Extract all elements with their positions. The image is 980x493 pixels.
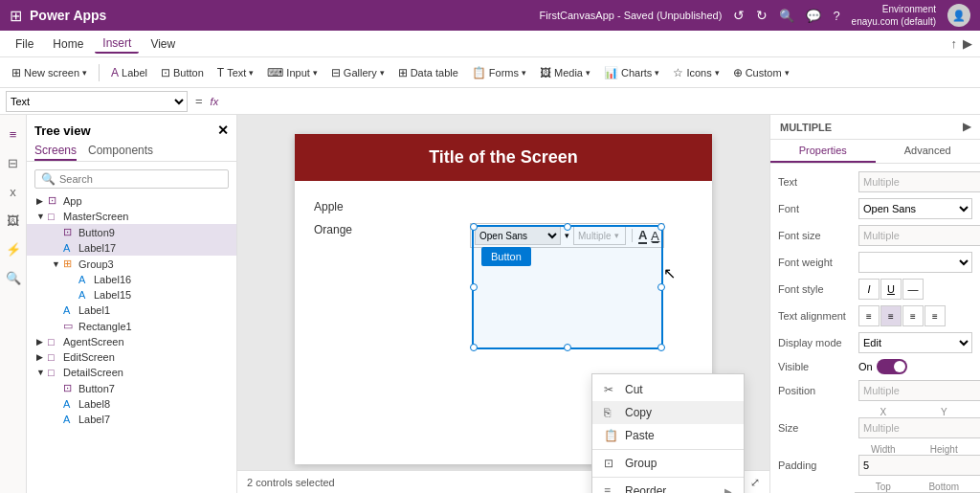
canvas-button[interactable]: Button xyxy=(481,247,531,266)
handle-tl[interactable] xyxy=(470,223,478,231)
undo-icon[interactable]: ↺ xyxy=(733,8,745,23)
tree-item-label17[interactable]: A Label17 ••• xyxy=(27,240,236,256)
tab-screens[interactable]: Screens xyxy=(34,142,77,161)
tree-view-title: Tree view xyxy=(34,123,91,138)
menu-home[interactable]: Home xyxy=(45,35,91,53)
label-btn[interactable]: A Label xyxy=(105,64,153,81)
visible-toggle[interactable] xyxy=(877,359,907,374)
prop-fontweight-select[interactable] xyxy=(858,252,972,273)
charts-btn[interactable]: 📊 Charts ▾ xyxy=(598,64,665,81)
ctx-group[interactable]: ⊡ Group xyxy=(592,452,744,475)
prop-text-input[interactable] xyxy=(858,171,980,192)
canvas-area[interactable]: Title of the Screen Apple Orange Open Sa… xyxy=(237,115,769,493)
handle-bc[interactable] xyxy=(564,344,571,351)
tree-item-label16[interactable]: A Label16 xyxy=(27,272,236,287)
redo-icon[interactable]: ↻ xyxy=(756,8,768,23)
search-input[interactable] xyxy=(59,173,222,185)
prop-text: Text xyxy=(778,171,972,192)
custom-btn[interactable]: ⊕ Custom ▾ xyxy=(727,64,795,81)
text-btn[interactable]: T Text ▾ xyxy=(212,64,260,81)
power-automate-icon[interactable]: ⚡ xyxy=(2,237,25,260)
panel-expand-icon[interactable]: ▶ xyxy=(963,121,970,133)
sub-arrow-icon: ▶ xyxy=(724,486,732,494)
tree-item-rectangle1[interactable]: ▭ Rectangle1 xyxy=(27,318,236,334)
strikethrough-btn[interactable]: — xyxy=(902,279,924,300)
align-justify-btn[interactable]: ≡ xyxy=(924,305,946,326)
forms-btn[interactable]: 📋 Forms ▾ xyxy=(466,64,532,81)
tree-view-icon[interactable]: ≡ xyxy=(2,123,25,146)
help-icon[interactable]: ? xyxy=(833,9,839,23)
ctx-reorder[interactable]: ≡ Reorder ▶ xyxy=(592,480,744,493)
top-bar: ⊞ Power Apps FirstCanvasApp - Saved (Unp… xyxy=(0,0,980,31)
ctx-copy[interactable]: ⎘ Copy xyxy=(592,401,744,424)
formula-input[interactable] xyxy=(222,91,974,112)
menu-file[interactable]: File xyxy=(8,35,41,53)
variables-icon[interactable]: x xyxy=(2,180,25,203)
preview-icon[interactable]: ▶ xyxy=(963,36,972,51)
tab-properties[interactable]: Properties xyxy=(770,140,876,163)
input-btn[interactable]: ⌨ Input ▾ xyxy=(261,64,323,81)
property-select[interactable]: Text xyxy=(6,91,188,112)
size-width-input[interactable] xyxy=(858,417,980,438)
tree-item-app[interactable]: ▶ ⊡ App xyxy=(27,192,236,209)
tree-item-label1[interactable]: A Label1 xyxy=(27,303,236,318)
equals-sign: = xyxy=(191,94,207,108)
tab-advanced[interactable]: Advanced xyxy=(876,140,981,163)
handle-mr[interactable] xyxy=(657,283,665,291)
group-icon: ⊡ xyxy=(604,457,617,470)
position-x-input[interactable] xyxy=(858,380,980,401)
tree-item-button7[interactable]: ⊡ Button7 xyxy=(27,380,236,396)
ctx-paste[interactable]: 📋 Paste xyxy=(592,424,744,447)
align-center-btn[interactable]: ≡ xyxy=(880,305,902,326)
tree-item-group3[interactable]: ▼ ⊞ Group3 xyxy=(27,256,236,272)
ctx-cut[interactable]: ✂ Cut xyxy=(592,378,744,401)
prop-padding-label: Padding xyxy=(778,459,855,471)
handle-bl[interactable] xyxy=(470,344,478,351)
underline-btn[interactable]: U xyxy=(880,279,902,300)
prop-font-select[interactable]: Open Sans xyxy=(858,198,972,219)
handle-tr[interactable] xyxy=(657,223,665,231)
search-icon[interactable]: 🔍 xyxy=(779,9,794,23)
prop-fontsize-input[interactable] xyxy=(858,225,980,246)
new-screen-btn[interactable]: ⊞ New screen ▾ xyxy=(6,64,93,81)
gallery-btn[interactable]: ⊟ Gallery ▾ xyxy=(325,64,390,81)
fit-screen-btn[interactable]: ⤢ xyxy=(750,476,760,489)
align-btns: ≡ ≡ ≡ ≡ xyxy=(858,305,946,326)
button-btn[interactable]: ⊡ Button xyxy=(155,64,210,81)
handle-br[interactable] xyxy=(657,344,665,351)
share-icon[interactable]: ↑ xyxy=(951,36,958,51)
tree-item-detailscreen[interactable]: ▼ □ DetailScreen xyxy=(27,365,236,380)
comment-icon[interactable]: 💬 xyxy=(806,9,821,23)
tree-item-label7[interactable]: A Label7 xyxy=(27,412,236,427)
search-side-icon[interactable]: 🔍 xyxy=(2,266,25,289)
tab-components[interactable]: Components xyxy=(88,142,153,161)
menu-view[interactable]: View xyxy=(143,35,183,53)
icons-btn[interactable]: ☆ Icons ▾ xyxy=(667,64,724,81)
search-box: 🔍 xyxy=(34,169,229,189)
tree-item-agentscreen[interactable]: ▶ □ AgentScreen xyxy=(27,334,236,349)
handle-tc[interactable] xyxy=(564,223,571,231)
menu-insert[interactable]: Insert xyxy=(95,34,139,54)
data-icon[interactable]: ⊟ xyxy=(2,151,25,174)
ctx-sep1 xyxy=(592,449,744,450)
close-icon[interactable]: ✕ xyxy=(217,123,229,138)
app-icon: ⊡ xyxy=(48,194,61,207)
media-side-icon[interactable]: 🖼 xyxy=(2,209,25,232)
align-right-btn[interactable]: ≡ xyxy=(902,305,924,326)
tree-item-label15[interactable]: A Label15 xyxy=(27,287,236,303)
prop-textalign: Text alignment ≡ ≡ ≡ ≡ xyxy=(778,305,972,326)
tree-item-masterscreen[interactable]: ▼ □ MasterScreen xyxy=(27,209,236,224)
tree-item-label8[interactable]: A Label8 xyxy=(27,396,236,412)
prop-displaymode-select[interactable]: Edit xyxy=(858,332,972,353)
padding-top-input[interactable] xyxy=(858,455,980,476)
tree-item-button9[interactable]: ⊡ Button9 ••• xyxy=(27,224,236,240)
toolbar-sep-1 xyxy=(99,64,100,81)
datatable-btn[interactable]: ⊞ Data table xyxy=(392,64,464,81)
italic-btn[interactable]: I xyxy=(858,279,880,300)
media-btn[interactable]: 🖼 Media ▾ xyxy=(534,64,596,81)
handle-ml[interactable] xyxy=(470,283,478,291)
tree-item-editscreen[interactable]: ▶ □ EditScreen xyxy=(27,349,236,365)
avatar[interactable]: 👤 xyxy=(947,4,970,27)
align-left-btn[interactable]: ≡ xyxy=(858,305,880,326)
label-icon: A xyxy=(63,304,77,316)
